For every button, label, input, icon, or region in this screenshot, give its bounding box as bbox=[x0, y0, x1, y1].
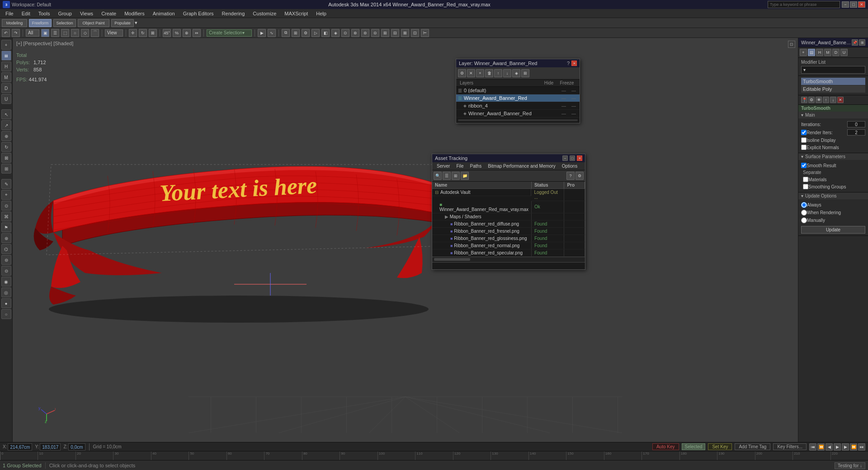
tb-more7[interactable]: ⊠ bbox=[401, 29, 409, 37]
timeline[interactable]: 0 / 225 0 10 20 30 40 50 60 70 80 90 100… bbox=[0, 451, 868, 461]
panel-pin[interactable]: 📌 bbox=[852, 39, 858, 46]
asset-row-glossiness[interactable]: ■ Ribbon_Banner_red_glossiness.png Found bbox=[432, 235, 585, 242]
key-filters-btn[interactable]: Key Filters... bbox=[773, 443, 807, 450]
sidebar-tool3[interactable]: ⊕ bbox=[1, 131, 11, 141]
asset-row-vault[interactable]: ⊟ Autodesk Vault Logged Out ... bbox=[432, 189, 585, 201]
x-input[interactable]: 214,67cm bbox=[8, 443, 32, 451]
asset-col-status[interactable]: Status bbox=[531, 182, 564, 189]
explicit-normals-checkbox[interactable] bbox=[801, 145, 807, 150]
asset-maximize-btn[interactable]: □ bbox=[570, 155, 575, 161]
sidebar-tool17[interactable]: ◎ bbox=[1, 287, 11, 297]
asset-horizontal-scrollbar[interactable] bbox=[432, 257, 585, 262]
sidebar-tool19[interactable]: ○ bbox=[1, 309, 11, 319]
tb-mirror[interactable]: ⇔ bbox=[193, 29, 201, 37]
tb-select-circle[interactable]: ○ bbox=[71, 29, 79, 37]
panel-modify-icon[interactable]: ▤ bbox=[808, 49, 815, 56]
sidebar-tool7[interactable]: ✎ bbox=[1, 179, 11, 189]
asset-menu-options[interactable]: Options bbox=[559, 163, 580, 169]
layer-tb-8[interactable]: ⊞ bbox=[521, 69, 529, 77]
tb-view-dropdown[interactable]: View bbox=[105, 29, 123, 37]
sidebar-tool12[interactable]: ⊛ bbox=[1, 233, 11, 243]
panel-expand[interactable]: ⊞ bbox=[859, 39, 865, 46]
main-section-title[interactable]: ▾ Main bbox=[798, 112, 868, 118]
menu-views[interactable]: Views bbox=[76, 10, 97, 17]
sidebar-motion[interactable]: M bbox=[1, 72, 11, 82]
modifier-pin-btn[interactable]: 📍 bbox=[801, 97, 807, 103]
sidebar-utilities[interactable]: U bbox=[1, 94, 11, 104]
close-button[interactable]: ✕ bbox=[858, 1, 865, 8]
asset-tb-help[interactable]: ? bbox=[566, 172, 575, 180]
menu-edit[interactable]: Edit bbox=[18, 10, 34, 17]
asset-row-maps[interactable]: ▶ Maps / Shaders bbox=[432, 213, 585, 220]
asset-row-normal[interactable]: ■ Ribbon_Banner_red_normal.png Found bbox=[432, 242, 585, 249]
tb-move[interactable]: ✛ bbox=[129, 29, 137, 37]
asset-tb-2[interactable]: ☰ bbox=[443, 172, 451, 180]
menu-tools[interactable]: Tools bbox=[35, 10, 54, 17]
layer-panel-close[interactable]: ✕ bbox=[571, 61, 577, 66]
asset-row-specular[interactable]: ■ Ribbon_Banner_red_specular.png Found bbox=[432, 249, 585, 256]
panel-create-icon[interactable]: + bbox=[800, 49, 807, 56]
asset-menu-server[interactable]: Server bbox=[434, 163, 453, 169]
layer-tb-5[interactable]: ↑ bbox=[494, 69, 502, 77]
sidebar-tool18[interactable]: ● bbox=[1, 298, 11, 308]
tb-percent[interactable]: % bbox=[173, 29, 181, 37]
asset-tb-1[interactable]: 🔍 bbox=[434, 172, 442, 180]
tb-select[interactable]: ▣ bbox=[41, 29, 49, 37]
panel-hierarchy-icon[interactable]: H bbox=[816, 49, 823, 56]
menu-rendering[interactable]: Rendering bbox=[218, 10, 249, 17]
asset-row-diffuse[interactable]: ■ Ribbon_Banner_red_diffuse.png Found bbox=[432, 220, 585, 227]
search-input-bar[interactable]: Type a keyword or phrase bbox=[768, 1, 840, 8]
menu-animation[interactable]: Animation bbox=[149, 10, 179, 17]
sidebar-modify[interactable]: ▤ bbox=[1, 51, 11, 61]
asset-row-file[interactable]: ■ Winner_Award_Banner_Red_max_vray.max O… bbox=[432, 201, 585, 213]
sidebar-create[interactable]: + bbox=[1, 40, 11, 50]
tb-more8[interactable]: ⊡ bbox=[411, 29, 419, 37]
tb-snap[interactable]: ⊕ bbox=[183, 29, 191, 37]
layer-tb-delete[interactable]: 🗑 bbox=[485, 69, 493, 77]
iterations-input[interactable] bbox=[847, 121, 865, 127]
tb-select-fence[interactable]: ◇ bbox=[81, 29, 89, 37]
tb-layer[interactable]: ⧉ bbox=[282, 29, 290, 37]
pb-play[interactable]: ▶ bbox=[834, 443, 841, 451]
layer-row-0[interactable]: ☰ 0 (default) — — bbox=[456, 87, 580, 94]
sidebar-tool9[interactable]: ⊙ bbox=[1, 201, 11, 211]
tb-render[interactable]: ▷ bbox=[311, 29, 320, 37]
menu-group[interactable]: Group bbox=[54, 10, 75, 17]
tb-more6[interactable]: ⊟ bbox=[391, 29, 399, 37]
modifier-list-dropdown[interactable]: ▾ bbox=[801, 66, 865, 74]
testing-tab[interactable]: Testing for ↓ bbox=[835, 462, 865, 469]
modifier-editpoly[interactable]: Editable Poly bbox=[801, 85, 865, 93]
tb-select-lasso[interactable]: ⌒ bbox=[91, 29, 99, 37]
tb-freeform-tab[interactable]: Freeform bbox=[29, 19, 52, 27]
surface-section-title[interactable]: ▾ Surface Parameters bbox=[798, 153, 868, 160]
sidebar-tool6[interactable]: ⊞ bbox=[1, 164, 11, 174]
modifier-move-up-btn[interactable]: ↑ bbox=[823, 97, 829, 103]
layer-tb-close[interactable]: ✕ bbox=[467, 69, 475, 77]
tb-more3[interactable]: ⊜ bbox=[361, 29, 369, 37]
tb-select-rect[interactable]: ⬚ bbox=[61, 29, 69, 37]
layer-tb-7[interactable]: ◈ bbox=[512, 69, 520, 77]
tb-activeshade[interactable]: ◧ bbox=[321, 29, 330, 37]
panel-motion-icon[interactable]: M bbox=[824, 49, 831, 56]
tb-redo[interactable]: ↷ bbox=[12, 29, 20, 37]
sidebar-tool5[interactable]: ⊠ bbox=[1, 153, 11, 163]
layer-tb-1[interactable]: ⚙ bbox=[458, 69, 466, 77]
asset-menu-file[interactable]: File bbox=[453, 163, 466, 169]
maximize-button[interactable]: □ bbox=[850, 1, 857, 8]
set-key-btn[interactable]: Set Key bbox=[708, 443, 732, 450]
sidebar-display[interactable]: D bbox=[1, 83, 11, 93]
tb-select-by-name[interactable]: ☰ bbox=[51, 29, 59, 37]
asset-panel-header[interactable]: Asset Tracking − □ ✕ bbox=[432, 154, 585, 162]
tb-populate-tab[interactable]: Populate bbox=[111, 19, 134, 27]
y-input[interactable]: 183,017 bbox=[40, 443, 61, 451]
pb-prev[interactable]: ⏪ bbox=[817, 443, 825, 451]
modifier-turbosmoothitem[interactable]: TurboSmooth bbox=[801, 78, 865, 85]
tb-prop[interactable]: ⊞ bbox=[292, 29, 300, 37]
asset-col-pro[interactable]: Pro bbox=[564, 182, 585, 189]
minimize-button[interactable]: − bbox=[842, 1, 849, 8]
render-iters-checkbox[interactable] bbox=[801, 130, 807, 135]
pb-next[interactable]: ⏩ bbox=[850, 443, 857, 451]
tb-modeling-tab[interactable]: Modeling bbox=[2, 19, 27, 27]
pb-prev-frame[interactable]: ◀ bbox=[826, 443, 833, 451]
asset-row-fresnel[interactable]: ■ Ribbon_Banner_red_fresnel.png Found bbox=[432, 227, 585, 235]
